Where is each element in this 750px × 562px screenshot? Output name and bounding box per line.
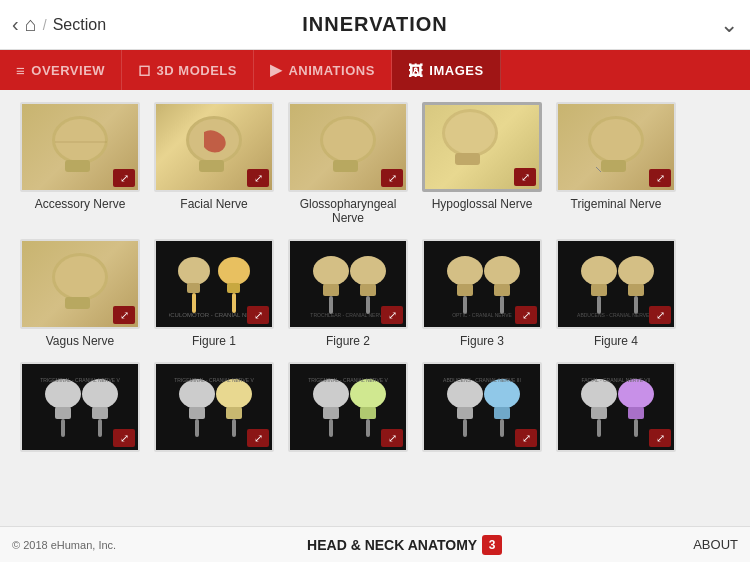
list-item[interactable]: TRIGEMINAL - CRANIAL NERVE V ⤢ xyxy=(288,362,408,457)
image-thumbnail[interactable]: ABDUCENS - CRANIAL NERVE III ⤢ xyxy=(556,239,676,329)
image-label: Accessory Nerve xyxy=(35,197,126,211)
expand-icon: ⤢ xyxy=(247,429,269,447)
svg-text:OCULOMOTOR - CRANIAL NERVE: OCULOMOTOR - CRANIAL NERVE xyxy=(169,312,259,318)
footer-title-text: HEAD & NECK ANATOMY xyxy=(307,537,477,553)
image-label: Figure 1 xyxy=(192,334,236,348)
tab-3d-models[interactable]: ◻ 3D MODELS xyxy=(122,50,254,90)
tab-bar: ≡ OVERVIEW ◻ 3D MODELS ▶ ANIMATIONS 🖼 IM… xyxy=(0,50,750,90)
svg-line-20 xyxy=(596,167,601,172)
svg-rect-75 xyxy=(329,419,333,437)
list-item[interactable]: ABDUCENS - CRANIAL NERVE III ⤢ xyxy=(422,362,542,457)
tab-images[interactable]: 🖼 IMAGES xyxy=(392,50,501,90)
image-label: Vagus Nerve xyxy=(46,334,114,348)
svg-rect-2 xyxy=(65,160,90,172)
svg-point-13 xyxy=(445,112,495,154)
nav-separator: / xyxy=(43,17,47,33)
list-item[interactable]: ⤢ Trigeminal Nerve xyxy=(556,102,676,225)
list-item[interactable]: ⤢ Vagus Nerve xyxy=(20,239,140,348)
svg-point-84 xyxy=(484,379,520,409)
skull-svg xyxy=(35,249,125,319)
image-thumbnail[interactable]: TRIGEMINAL - CRANIAL NERVE V ⤢ xyxy=(20,362,140,452)
svg-rect-90 xyxy=(591,407,607,419)
expand-icon: ⤢ xyxy=(113,169,135,187)
list-item[interactable]: TRIGEMINAL - CRANIAL NERVE V ⤢ xyxy=(20,362,140,457)
tab-overview[interactable]: ≡ OVERVIEW xyxy=(0,50,122,90)
svg-rect-86 xyxy=(500,419,504,437)
list-item[interactable]: OCULOMOTOR - CRANIAL NERVE ⤢ Figure 1 xyxy=(154,239,274,348)
image-thumbnail[interactable]: ABDUCENS - CRANIAL NERVE III ⤢ xyxy=(422,362,542,452)
svg-rect-10 xyxy=(333,160,358,172)
image-label: Figure 3 xyxy=(460,334,504,348)
expand-icon: ⤢ xyxy=(247,169,269,187)
list-item[interactable]: ⤢ Accessory Nerve xyxy=(20,102,140,225)
svg-point-41 xyxy=(447,256,483,286)
header: ‹ ⌂ / Section INNERVATION ⌄ xyxy=(0,0,750,50)
svg-rect-14 xyxy=(455,153,480,165)
image-thumbnail[interactable]: ⤢ xyxy=(288,102,408,192)
svg-point-28 xyxy=(218,257,250,285)
home-button[interactable]: ⌂ xyxy=(25,13,37,36)
image-thumbnail[interactable]: ⤢ xyxy=(20,239,140,329)
tab-overview-label: OVERVIEW xyxy=(31,63,105,78)
list-item[interactable]: TROCHLEAR - CRANIAL NERVE ⤢ Figure 2 xyxy=(288,239,408,348)
image-thumbnail[interactable]: ⤢ xyxy=(154,102,274,192)
tab-animations[interactable]: ▶ ANIMATIONS xyxy=(254,50,392,90)
dropdown-button[interactable]: ⌄ xyxy=(720,12,738,38)
svg-rect-27 xyxy=(192,293,196,313)
svg-rect-62 xyxy=(98,419,102,437)
image-grid: ⤢ Accessory Nerve ⤢ Facial Nerve xyxy=(20,102,730,457)
image-thumbnail[interactable]: OCULOMOTOR - CRANIAL NERVE ⤢ xyxy=(154,239,274,329)
copyright-label: © 2018 eHuman, Inc. xyxy=(12,539,116,551)
svg-rect-18 xyxy=(601,160,626,172)
svg-rect-23 xyxy=(65,297,90,309)
svg-rect-69 xyxy=(226,407,242,419)
list-item[interactable]: ⤢ Hypoglossal Nerve xyxy=(422,102,542,225)
list-item[interactable]: FACIAL - CRANIAL NERVE VII ⤢ xyxy=(556,362,676,457)
svg-point-22 xyxy=(55,256,105,298)
section-label: Section xyxy=(53,16,106,34)
svg-rect-45 xyxy=(494,284,510,296)
svg-text:ABDUCENS - CRANIAL NERVE III: ABDUCENS - CRANIAL NERVE III xyxy=(443,377,521,383)
list-item[interactable]: ⤢ Glossopharyngeal Nerve xyxy=(288,102,408,225)
svg-rect-53 xyxy=(628,284,644,296)
expand-icon: ⤢ xyxy=(649,169,671,187)
svg-point-36 xyxy=(350,256,386,286)
footer-title: HEAD & NECK ANATOMY 3 xyxy=(307,535,502,555)
image-thumbnail[interactable]: OPTIC - CRANIAL NERVE ⤢ xyxy=(422,239,542,329)
list-item[interactable]: OPTIC - CRANIAL NERVE ⤢ Figure 3 xyxy=(422,239,542,348)
svg-rect-34 xyxy=(323,284,339,296)
image-label: Figure 4 xyxy=(594,334,638,348)
svg-rect-59 xyxy=(61,419,65,437)
expand-icon: ⤢ xyxy=(649,306,671,324)
about-button[interactable]: ABOUT xyxy=(693,537,738,552)
svg-point-89 xyxy=(581,379,617,409)
image-label: Facial Nerve xyxy=(180,197,247,211)
diagram-svg: OPTIC - CRANIAL NERVE xyxy=(437,249,527,319)
image-thumbnail[interactable]: TRIGEMINAL - CRANIAL NERVE V ⤢ xyxy=(154,362,274,452)
svg-rect-91 xyxy=(597,419,601,437)
svg-rect-83 xyxy=(463,419,467,437)
svg-text:TRIGEMINAL - CRANIAL NERVE V: TRIGEMINAL - CRANIAL NERVE V xyxy=(174,377,254,383)
svg-point-68 xyxy=(216,379,252,409)
svg-rect-70 xyxy=(232,419,236,437)
list-item[interactable]: ⤢ Facial Nerve xyxy=(154,102,274,225)
image-thumbnail[interactable]: ⤢ xyxy=(556,102,676,192)
svg-point-73 xyxy=(313,379,349,409)
tab-3d-models-label: 3D MODELS xyxy=(157,63,237,78)
svg-point-9 xyxy=(323,119,373,161)
image-thumbnail[interactable]: ⤢ xyxy=(20,102,140,192)
image-thumbnail[interactable]: FACIAL - CRANIAL NERVE VII ⤢ xyxy=(556,362,676,452)
svg-point-44 xyxy=(484,256,520,286)
list-item[interactable]: TRIGEMINAL - CRANIAL NERVE V ⤢ xyxy=(154,362,274,457)
svg-point-76 xyxy=(350,379,386,409)
diagram-svg: TRIGEMINAL - CRANIAL NERVE V xyxy=(169,372,259,442)
svg-point-25 xyxy=(178,257,210,285)
image-thumbnail[interactable]: TROCHLEAR - CRANIAL NERVE ⤢ xyxy=(288,239,408,329)
back-button[interactable]: ‹ xyxy=(12,13,19,36)
expand-icon: ⤢ xyxy=(381,306,403,324)
list-item[interactable]: ABDUCENS - CRANIAL NERVE III ⤢ Figure 4 xyxy=(556,239,676,348)
svg-rect-74 xyxy=(323,407,339,419)
image-thumbnail[interactable]: ⤢ xyxy=(422,102,542,192)
image-thumbnail[interactable]: TRIGEMINAL - CRANIAL NERVE V ⤢ xyxy=(288,362,408,452)
diagram-svg: TRIGEMINAL - CRANIAL NERVE V xyxy=(303,372,393,442)
